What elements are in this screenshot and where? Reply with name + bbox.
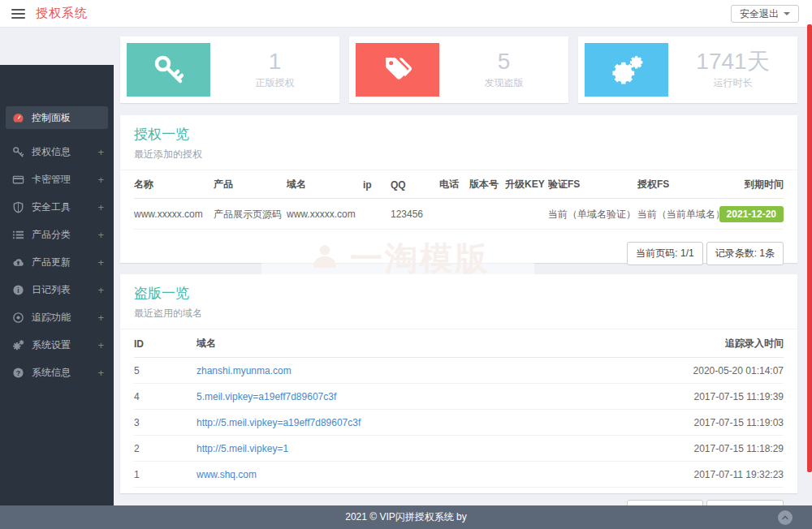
sidebar-item-product-update[interactable]: 产品更新 + (0, 248, 114, 276)
cell-time: 2017-07-15 11:18:29 (662, 436, 784, 462)
sidebar-item-label: 系统信息 (32, 366, 71, 380)
expand-plus-icon[interactable]: + (97, 229, 104, 241)
sidebar-item-label: 授权信息 (32, 145, 71, 159)
logout-button[interactable]: 安全退出 (731, 5, 799, 23)
cell-id: 2 (134, 436, 197, 462)
cell-id: 5 (134, 358, 197, 384)
stat-value: 1 (210, 49, 339, 75)
table-row: 3 http://5.meil.vipkey=a19eff7d89607c3f … (134, 410, 784, 436)
table-row: 4 5.meil.vipkey=a19eff7d89607c3f 2017-07… (134, 384, 784, 410)
sidebar-item-system-info[interactable]: ? 系统信息 + (0, 359, 114, 386)
shield-icon (12, 201, 24, 213)
cell-domain: www.xxxxx.com (287, 199, 363, 230)
expand-plus-icon[interactable]: + (97, 284, 104, 296)
chevron-up-icon (781, 514, 789, 522)
sidebar-nav: 控制面板 授权信息 + 卡密管理 + 安全工具 + 产品分类 + 产品更新 + (0, 65, 114, 506)
cell-version (469, 199, 505, 230)
col-header: ID (134, 329, 197, 358)
key-icon (12, 146, 24, 158)
pirated-domain-link[interactable]: http://5.meil.vipkey=1 (197, 443, 288, 454)
sidebar-item-label: 系统设置 (32, 338, 71, 352)
cell-name: www.xxxxx.com (134, 199, 214, 230)
record-count-button[interactable]: 记录条数: 1条 (706, 242, 784, 265)
cloud-upload-icon (12, 256, 24, 269)
col-header: QQ (391, 170, 439, 199)
stat-card-authorized: 1 正版授权 (120, 37, 339, 103)
table-row: 2 http://5.meil.vipkey=1 2017-07-15 11:1… (134, 436, 784, 462)
dashboard-icon (12, 112, 24, 124)
footer: 2021 © VIP闪拼授权系统 by (0, 505, 812, 529)
svg-text:i: i (17, 286, 19, 294)
cell-id: 3 (134, 410, 197, 436)
expand-plus-icon[interactable]: + (97, 312, 104, 324)
page-scrollbar-thumb[interactable] (807, 24, 812, 472)
cell-phone (439, 199, 469, 230)
sidebar-item-system-settings[interactable]: 系统设置 + (0, 331, 114, 359)
sidebar-item-log-list[interactable]: i 日记列表 + (0, 276, 114, 303)
back-to-top-button[interactable] (778, 510, 793, 525)
pirated-domain-link[interactable]: 5.meil.vipkey=a19eff7d89607c3f (197, 391, 336, 402)
tags-icon (356, 43, 439, 97)
cell-time: 2017-07-15 11:19:39 (662, 384, 784, 410)
expand-plus-icon[interactable]: + (97, 174, 104, 186)
stat-label: 运行时长 (668, 76, 797, 90)
panel-title: 盗版一览 (134, 284, 784, 303)
info-icon: i (12, 284, 24, 296)
stat-value: 1741天 (668, 49, 797, 75)
authorized-panel: 授权一览 最近添加的授权 名称 产品 域名 ip QQ 电话 版本号 升级KEY… (120, 115, 797, 263)
expand-plus-icon[interactable]: + (97, 367, 104, 379)
stat-card-uptime: 1741天 运行时长 (578, 37, 797, 103)
logout-label: 安全退出 (740, 7, 779, 21)
col-header: 授权FS (637, 170, 719, 199)
expand-plus-icon[interactable]: + (97, 201, 104, 213)
hamburger-menu-icon[interactable] (11, 9, 25, 19)
cell-product: 产品展示页源码 (214, 199, 287, 230)
col-header: 追踪录入时间 (662, 329, 784, 358)
table-row: 1 www.shq.com 2017-07-11 19:32:23 (134, 462, 784, 488)
sidebar-item-label: 追踪功能 (32, 311, 71, 325)
expand-plus-icon[interactable]: + (97, 256, 104, 269)
sidebar-item-card-mgmt[interactable]: 卡密管理 + (0, 166, 114, 193)
key-icon (127, 43, 210, 97)
sidebar-item-label: 产品更新 (32, 256, 71, 269)
col-header: 域名 (197, 329, 662, 358)
cell-time: 2020-05-20 01:14:07 (662, 358, 784, 384)
page-number-button[interactable]: 当前页码: 1/1 (627, 242, 702, 265)
table-row: www.xxxxx.com 产品展示页源码 www.xxxxx.com 1234… (134, 199, 784, 230)
expand-plus-icon[interactable]: + (97, 146, 104, 158)
pirated-domain-link[interactable]: zhanshi.myunma.com (197, 365, 292, 376)
target-icon (12, 312, 24, 324)
pirated-domain-link[interactable]: http://5.meil.vipkey=a19eff7d89607c3f (197, 417, 361, 428)
pirated-panel: 盗版一览 最近盗用的域名 ID 域名 追踪录入时间 5 zhanshi.myun… (120, 274, 797, 493)
list-icon (12, 229, 24, 241)
card-icon (12, 174, 24, 186)
col-header: 电话 (439, 170, 469, 199)
expand-plus-icon[interactable]: + (97, 339, 104, 351)
stat-value: 5 (439, 49, 568, 75)
sidebar-item-product-category[interactable]: 产品分类 + (0, 221, 114, 248)
cell-time: 2017-07-15 11:19:03 (662, 410, 784, 436)
authorized-table: 名称 产品 域名 ip QQ 电话 版本号 升级KEY 验证FS 授权FS 到期… (134, 170, 784, 230)
panel-subtitle: 最近盗用的域名 (134, 307, 784, 320)
col-header: ip (363, 170, 391, 199)
cell-qq: 123456 (391, 199, 439, 230)
pagination: 当前页码: 1/1 记录条数: 1条 (134, 242, 784, 265)
cell-time: 2017-07-11 19:32:23 (662, 462, 784, 488)
sidebar-item-security-tools[interactable]: 安全工具 + (0, 193, 114, 221)
cell-verify-fs: 当前（单域名验证） (548, 199, 637, 230)
question-icon: ? (12, 367, 24, 379)
sidebar-item-label: 日记列表 (32, 283, 71, 297)
sidebar-item-dashboard[interactable]: 控制面板 (6, 106, 108, 129)
table-header-row: ID 域名 追踪录入时间 (134, 329, 784, 358)
sidebar-item-label: 产品分类 (32, 228, 71, 242)
pirated-domain-link[interactable]: www.shq.com (197, 469, 257, 480)
sidebar-item-tracking[interactable]: 追踪功能 + (0, 303, 114, 331)
expire-date-badge: 2021-12-20 (719, 206, 784, 222)
sidebar-item-label: 安全工具 (32, 200, 71, 214)
table-row: 5 zhanshi.myunma.com 2020-05-20 01:14:07 (134, 358, 784, 384)
footer-text: 2021 © VIP闪拼授权系统 by (345, 510, 467, 524)
svg-text:?: ? (16, 368, 20, 376)
app-title: 授权系统 (36, 6, 88, 21)
sidebar-item-auth-info[interactable]: 授权信息 + (0, 138, 114, 166)
stat-label: 正版授权 (210, 76, 339, 90)
